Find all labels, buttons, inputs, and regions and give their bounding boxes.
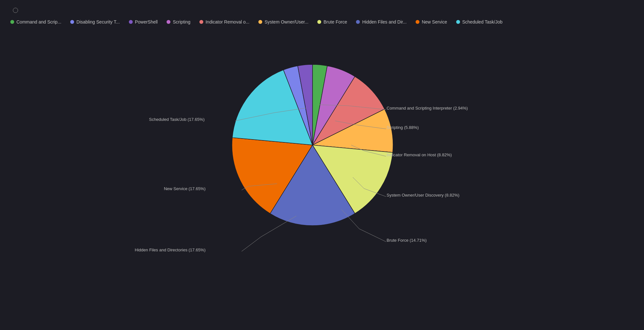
legend-color-dot	[167, 20, 170, 24]
legend-item: Command and Scrip...	[10, 19, 61, 24]
legend-item: Scheduled Task/Job	[456, 19, 503, 24]
legend-label: Brute Force	[323, 19, 347, 24]
chart-label-5: Brute Force (14.71%)	[387, 238, 427, 243]
legend-label: Disabling Security T...	[76, 19, 120, 24]
legend-label: System Owner/User...	[264, 19, 308, 24]
chart-label-2: Scripting (5.88%)	[387, 125, 419, 130]
chart-label-6: Hidden Files and Directories (17.65%)	[135, 248, 206, 252]
legend-color-dot	[456, 20, 460, 24]
legend-color-dot	[258, 20, 262, 24]
legend-item: New Service	[416, 19, 447, 24]
legend-color-dot	[129, 20, 133, 24]
legend-label: Scheduled Task/Job	[462, 19, 503, 24]
chart-area: Scheduled Task/Job (17.65%)Command and S…	[10, 32, 634, 258]
legend-color-dot	[199, 20, 203, 24]
legend-item: Disabling Security T...	[70, 19, 120, 24]
legend-item: System Owner/User...	[258, 19, 308, 24]
legend-color-dot	[356, 20, 360, 24]
legend-label: Hidden Files and Dir...	[362, 19, 407, 24]
chart-label-3: Indicator Removal on Host (8.82%)	[387, 152, 452, 157]
chart-label-1: Command and Scripting Interpreter (2.94%…	[387, 106, 468, 111]
legend-color-dot	[70, 20, 74, 24]
legend-item: Indicator Removal o...	[199, 19, 249, 24]
legend-color-dot	[317, 20, 321, 24]
chart-label-7: New Service (17.65%)	[164, 186, 205, 191]
legend-color-dot	[10, 20, 14, 24]
legend-label: New Service	[422, 19, 447, 24]
legend-label: Command and Scrip...	[16, 19, 61, 24]
legend-item: Hidden Files and Dir...	[356, 19, 407, 24]
legend: Command and Scrip...Disabling Security T…	[10, 19, 634, 24]
legend-item: Scripting	[167, 19, 190, 24]
legend-label: PowerShell	[135, 19, 158, 24]
legend-color-dot	[416, 20, 419, 24]
legend-label: Scripting	[173, 19, 190, 24]
info-icon[interactable]	[13, 8, 18, 13]
legend-label: Indicator Removal o...	[206, 19, 249, 24]
legend-item: Brute Force	[317, 19, 347, 24]
pie-chart: Scheduled Task/Job (17.65%)Command and S…	[177, 35, 467, 255]
chart-label-4: System Owner/User Discovery (8.82%)	[387, 193, 459, 198]
chart-label-0: Scheduled Task/Job (17.65%)	[149, 117, 204, 122]
legend-item: PowerShell	[129, 19, 158, 24]
